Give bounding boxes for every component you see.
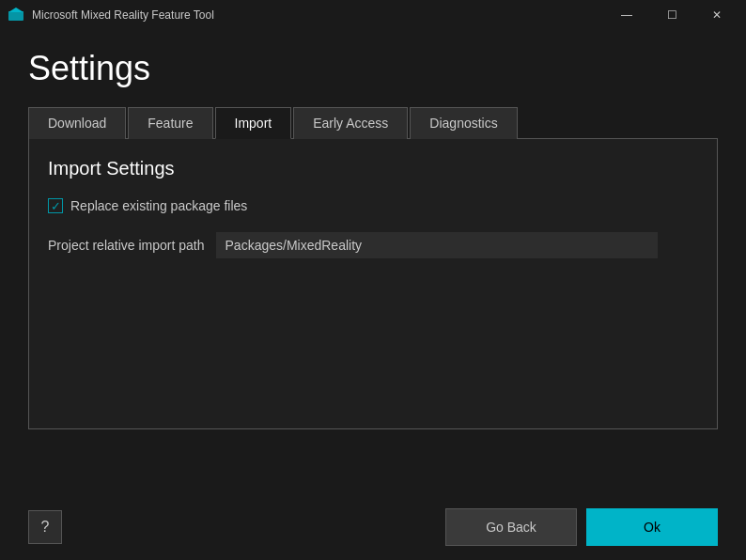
import-path-input[interactable]	[216, 232, 658, 258]
import-path-row: Project relative import path	[48, 232, 698, 258]
tab-early-access[interactable]: Early Access	[293, 107, 408, 139]
go-back-button[interactable]: Go Back	[445, 508, 577, 546]
tab-diagnostics[interactable]: Diagnostics	[410, 107, 517, 139]
title-bar-controls: — ☐ ✕	[605, 0, 738, 30]
help-button[interactable]: ?	[28, 510, 62, 544]
tab-feature[interactable]: Feature	[128, 107, 212, 139]
svg-marker-1	[8, 8, 23, 12]
import-path-label: Project relative import path	[48, 238, 205, 253]
footer: ? Go Back Ok	[0, 494, 746, 560]
svg-rect-0	[8, 11, 23, 21]
checkmark-icon: ✓	[51, 200, 61, 212]
maximize-button[interactable]: ☐	[650, 0, 693, 30]
settings-panel: Import Settings ✓ Replace existing packa…	[28, 138, 718, 429]
replace-files-row: ✓ Replace existing package files	[48, 198, 698, 213]
tab-import[interactable]: Import	[215, 107, 292, 139]
main-content: Settings Download Feature Import Early A…	[0, 30, 746, 429]
minimize-button[interactable]: —	[605, 0, 648, 30]
tab-download[interactable]: Download	[28, 107, 126, 139]
replace-files-label: Replace existing package files	[70, 198, 247, 213]
panel-title: Import Settings	[48, 158, 698, 179]
page-title: Settings	[28, 49, 718, 88]
app-icon	[8, 7, 24, 23]
title-bar-left: Microsoft Mixed Reality Feature Tool	[8, 7, 214, 23]
replace-files-checkbox[interactable]: ✓	[48, 198, 63, 213]
tabs-container: Download Feature Import Early Access Dia…	[28, 107, 718, 139]
close-button[interactable]: ✕	[695, 0, 738, 30]
footer-actions: Go Back Ok	[445, 508, 718, 546]
ok-button[interactable]: Ok	[586, 508, 718, 546]
app-title: Microsoft Mixed Reality Feature Tool	[32, 8, 214, 22]
title-bar: Microsoft Mixed Reality Feature Tool — ☐…	[0, 0, 746, 30]
